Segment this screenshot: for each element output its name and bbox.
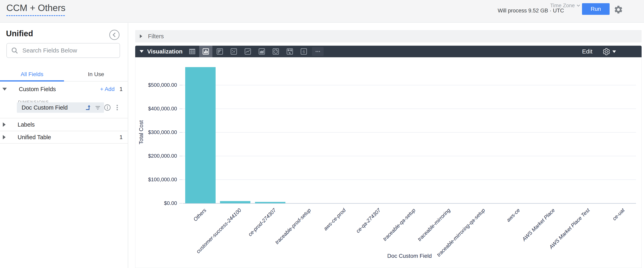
viz-settings-gear-icon[interactable] (602, 48, 616, 56)
filter-icon[interactable] (94, 104, 101, 111)
bar[interactable] (220, 201, 250, 203)
viz-type-single-value-icon[interactable]: 6 (297, 46, 310, 57)
section-label: Labels (18, 121, 34, 128)
viz-type-column-icon[interactable] (199, 46, 212, 57)
run-button[interactable]: Run (582, 3, 610, 15)
field-label: Doc Custom Field (22, 104, 85, 111)
bar[interactable] (255, 202, 286, 203)
chevron-down-icon[interactable] (140, 50, 144, 53)
viz-type-scatter-icon[interactable] (227, 46, 240, 57)
filters-bar[interactable]: Filters (135, 30, 642, 43)
tab-all-fields[interactable]: All Fields (0, 68, 64, 81)
chevron-right-icon (3, 122, 6, 127)
filters-label: Filters (148, 33, 164, 40)
title-dashed-underline (6, 15, 65, 16)
field-search[interactable] (6, 43, 120, 58)
viz-more-types-icon[interactable] (312, 47, 324, 56)
add-custom-field-button[interactable]: + Add (100, 86, 114, 92)
section-label: Custom Fields (19, 86, 56, 92)
chevron-right-icon (140, 35, 142, 38)
viz-type-line-icon[interactable] (241, 46, 254, 57)
chevron-down-icon (2, 88, 7, 90)
section-custom-fields[interactable]: Custom Fields + Add 1 (0, 81, 128, 97)
chevron-right-icon (3, 135, 6, 140)
fields-sidebar: Unified All Fields In Use Custom Fields … (0, 23, 128, 268)
field-tabs: All Fields In Use (0, 68, 128, 81)
chevron-down-icon (576, 4, 580, 7)
kebab-menu-icon[interactable] (114, 104, 121, 111)
section-label: Unified Table (18, 134, 51, 141)
section-count: 1 (120, 134, 122, 141)
section-count: 1 (120, 86, 122, 92)
viz-type-map-icon[interactable] (283, 46, 296, 57)
search-input[interactable] (22, 47, 110, 54)
explore-title: Unified (6, 29, 33, 38)
settings-gear-icon[interactable] (614, 5, 623, 15)
field-doc-custom-field[interactable]: Doc Custom Field (17, 102, 104, 113)
search-icon (11, 47, 18, 54)
viz-type-bar-icon[interactable] (213, 46, 226, 57)
page-title[interactable]: CCM + Others (6, 3, 66, 13)
chevron-down-icon (612, 51, 616, 53)
tab-in-use[interactable]: In Use (64, 68, 128, 81)
time-zone-label: Time Zone (550, 3, 575, 9)
visualization-toolbar: Visualization 6 Edit (135, 46, 642, 57)
viz-type-pie-icon[interactable] (269, 46, 282, 57)
info-icon[interactable] (104, 104, 111, 111)
section-labels[interactable]: Labels (0, 118, 128, 131)
pivot-icon[interactable] (85, 104, 92, 111)
collapse-sidebar-icon[interactable] (109, 30, 120, 40)
edit-button[interactable]: Edit (582, 48, 592, 55)
top-header: CCM + Others Will process 9.52 GB · UTC … (0, 0, 644, 23)
viz-type-table-icon[interactable] (186, 46, 199, 57)
visualization-label: Visualization (147, 48, 182, 55)
time-zone-dropdown[interactable]: Time Zone (550, 3, 580, 9)
viz-type-area-icon[interactable] (255, 46, 268, 57)
bar[interactable] (185, 67, 216, 203)
svg-text:6: 6 (302, 49, 305, 54)
section-unified-table[interactable]: Unified Table 1 (0, 131, 128, 144)
